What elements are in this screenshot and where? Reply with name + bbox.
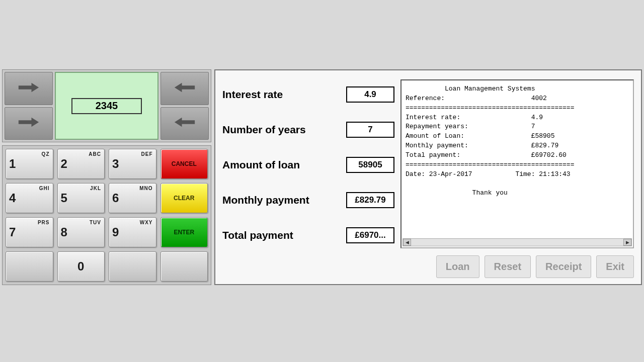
key-4[interactable]: 4GHI (6, 183, 53, 213)
arrow-left-btn-2[interactable] (160, 107, 209, 140)
arrow-right-btn-2[interactable] (5, 107, 53, 140)
key-0[interactable]: 0 (57, 251, 105, 282)
key-6[interactable]: 6MNO (109, 183, 156, 213)
arrow-right-btn-1[interactable] (5, 72, 53, 105)
arrow-left-btn-1[interactable] (160, 72, 209, 105)
key-3[interactable]: 3DEF (109, 149, 156, 179)
arrow-left-icon (173, 82, 196, 95)
enter-button[interactable]: ENTER (160, 217, 208, 247)
loan-button[interactable]: Loan (436, 255, 479, 278)
atm-panel: 2345 1QZ 2ABC 3DEF CANCEL 4GHI (2, 69, 211, 285)
clear-button[interactable]: CLEAR (160, 183, 208, 213)
key-8[interactable]: 8TUV (57, 217, 105, 247)
monthly-field: £829.79 (346, 192, 394, 208)
monthly-label: Monthly payment (222, 194, 309, 206)
cancel-button[interactable]: CANCEL (160, 149, 208, 179)
exit-button[interactable]: Exit (596, 255, 634, 278)
interest-rate-field[interactable]: 4.9 (346, 86, 394, 103)
interest-rate-label: Interest rate (222, 88, 283, 101)
arrow-left-icon (173, 117, 196, 130)
key-1[interactable]: 1QZ (6, 149, 53, 179)
amount-field[interactable]: 58905 (346, 157, 394, 173)
key-5[interactable]: 5JKL (57, 183, 105, 213)
scroll-right-icon[interactable]: ▶ (623, 239, 631, 246)
amount-label: Amount of loan (222, 159, 300, 171)
arrow-right-icon (17, 117, 40, 130)
atm-screen: 2345 (55, 72, 158, 140)
scroll-left-icon[interactable]: ◀ (403, 239, 411, 246)
key-blank-left[interactable] (6, 251, 53, 282)
years-field[interactable]: 7 (346, 122, 394, 138)
total-field: £6970... (346, 227, 394, 243)
key-blank-action[interactable] (160, 251, 208, 282)
keypad: 1QZ 2ABC 3DEF CANCEL 4GHI 5JKL 6MNO CLEA… (2, 145, 211, 285)
key-blank-right[interactable] (109, 251, 156, 282)
receipt-area: Loan Management Systems Reference: 4002 … (400, 79, 634, 248)
years-label: Number of years (222, 124, 306, 136)
atm-top: 2345 (2, 69, 211, 142)
key-2[interactable]: 2ABC (57, 149, 105, 179)
screen-display[interactable]: 2345 (71, 98, 142, 114)
reset-button[interactable]: Reset (485, 255, 531, 278)
key-7[interactable]: 7PRS (6, 217, 53, 247)
receipt-button[interactable]: Receipt (536, 255, 591, 278)
horizontal-scrollbar[interactable]: ◀ ▶ (403, 238, 632, 246)
loan-form: Interest rate 4.9 Number of years 7 Amou… (222, 79, 394, 278)
key-9[interactable]: 9WXY (109, 217, 156, 247)
arrow-right-icon (17, 82, 40, 95)
receipt-text: Loan Management Systems Reference: 4002 … (406, 84, 629, 198)
main-panel: Interest rate 4.9 Number of years 7 Amou… (214, 69, 642, 285)
total-label: Total payment (222, 229, 293, 241)
